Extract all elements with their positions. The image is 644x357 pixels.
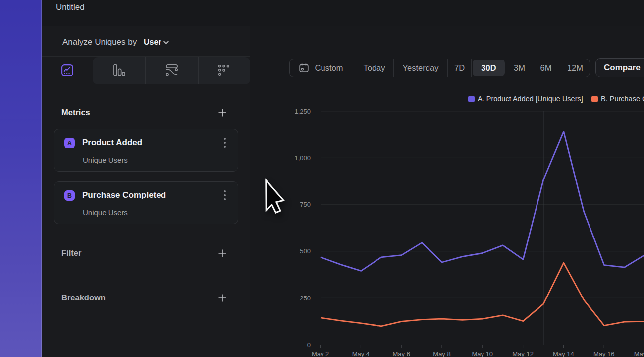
svg-text:May 18: May 18: [634, 350, 644, 357]
svg-text:May 12: May 12: [512, 350, 534, 357]
svg-text:May 10: May 10: [472, 350, 493, 357]
svg-text:750: 750: [300, 201, 311, 208]
svg-text:250: 250: [300, 295, 311, 302]
svg-text:0: 0: [307, 341, 311, 349]
svg-text:May 2: May 2: [312, 350, 329, 357]
svg-text:May 16: May 16: [593, 350, 615, 357]
svg-text:May 14: May 14: [553, 350, 574, 357]
svg-text:500: 500: [300, 247, 311, 255]
svg-text:1,000: 1,000: [294, 154, 311, 162]
svg-text:May 8: May 8: [433, 350, 450, 357]
svg-text:May 6: May 6: [392, 350, 410, 357]
svg-text:May 4: May 4: [352, 350, 370, 357]
svg-text:1,250: 1,250: [294, 108, 311, 115]
